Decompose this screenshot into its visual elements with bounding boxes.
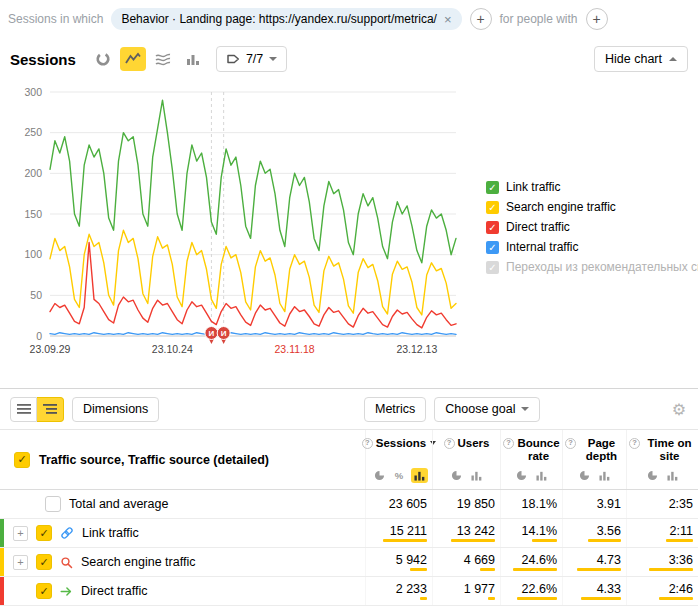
legend-checkbox-icon[interactable]: ✓ — [486, 221, 499, 234]
expand-row-button[interactable]: + — [13, 526, 28, 541]
metric-value: 5 942 — [396, 553, 427, 567]
tag-icon — [226, 52, 240, 66]
table-group-head: ✓ Traffic source, Traffic source (detail… — [0, 430, 365, 489]
column-label[interactable]: ?Sessions — [362, 437, 437, 450]
row-checkbox[interactable]: ✓ — [36, 583, 52, 599]
view-tree-button[interactable] — [37, 397, 64, 422]
list-view-icon — [17, 403, 31, 415]
column-header-bounce-rate[interactable]: ?Bounce rate — [500, 430, 562, 489]
column-header-users[interactable]: ?Users — [432, 430, 500, 489]
toggle-pie-icon[interactable] — [371, 468, 388, 483]
column-header-page-depth[interactable]: ?Page depth — [562, 430, 626, 489]
toggle-pie-icon[interactable] — [448, 468, 465, 483]
svg-text:200: 200 — [24, 167, 42, 179]
filter-bar: Sessions in which Behavior · Landing pag… — [0, 0, 698, 36]
metric-display-toggles — [644, 468, 681, 483]
chart-type-stacked-button[interactable] — [150, 47, 176, 71]
metric-cell: 5 942 — [365, 548, 432, 576]
legend-item[interactable]: ✓Internal traffic — [486, 240, 698, 254]
toggle-pie-icon[interactable] — [513, 468, 530, 483]
column-label[interactable]: ?Time on site — [629, 437, 696, 463]
columns-chart-icon — [185, 51, 201, 67]
sessions-line-chart: 05010015020025030023.09.2923.10.2423.11.… — [0, 80, 470, 362]
metric-bar — [577, 568, 621, 571]
column-label[interactable]: ?Users — [444, 437, 490, 450]
metric-bar — [488, 597, 495, 600]
view-list-button[interactable] — [10, 397, 37, 422]
legend-item[interactable]: ✓Search engine traffic — [486, 200, 698, 214]
help-icon[interactable]: ? — [503, 438, 514, 449]
row-label: Total and average — [69, 497, 168, 511]
toggle-percent-icon[interactable]: % — [391, 468, 408, 483]
metrics-button[interactable]: Metrics — [364, 397, 426, 422]
metric-bar — [451, 539, 495, 542]
hide-chart-button[interactable]: Hide chart — [594, 46, 688, 72]
table-row[interactable]: +✓Link traffic15 21113 24214.1%3.562:11 — [0, 519, 698, 548]
row-color-strip — [0, 577, 4, 605]
chart-type-columns-button[interactable] — [180, 47, 206, 71]
toggle-bar-icon[interactable] — [533, 468, 550, 483]
legend-item[interactable]: ✓Link traffic — [486, 180, 698, 194]
help-icon[interactable]: ? — [362, 438, 373, 449]
metric-bar — [480, 568, 495, 571]
choose-goal-label: Choose goal — [445, 402, 515, 416]
row-checkbox[interactable]: ✓ — [36, 554, 52, 570]
add-session-filter-button[interactable]: + — [470, 8, 492, 30]
legend-label: Link traffic — [506, 180, 560, 194]
settings-gear-icon[interactable]: ⚙ — [672, 400, 686, 419]
toggle-bar-icon[interactable] — [411, 468, 428, 483]
segment-chip[interactable]: Behavior · Landing page: https://yandex.… — [111, 8, 461, 30]
row-checkbox[interactable]: ✓ — [36, 525, 52, 541]
segments-dropdown[interactable]: 7/7 — [216, 46, 287, 72]
toggle-bar-icon[interactable] — [664, 468, 681, 483]
column-label[interactable]: ?Bounce rate — [503, 437, 560, 463]
remove-segment-icon[interactable]: × — [444, 13, 452, 26]
page-title: Sessions — [10, 51, 76, 68]
chart-type-doughnut-button[interactable] — [90, 47, 116, 71]
add-people-filter-button[interactable]: + — [586, 8, 608, 30]
metric-cell: 13 242 — [432, 519, 500, 547]
toggle-bar-icon[interactable] — [596, 468, 613, 483]
legend-item[interactable]: ✓Direct traffic — [486, 220, 698, 234]
metric-value: 2:35 — [669, 497, 693, 511]
metric-bar — [649, 568, 693, 571]
row-label: Search engine traffic — [81, 555, 195, 569]
expand-row-button[interactable]: + — [13, 555, 28, 570]
metric-bar — [588, 539, 621, 542]
chevron-down-icon — [269, 57, 277, 61]
toggle-pie-icon[interactable] — [576, 468, 593, 483]
legend-checkbox-icon[interactable]: ✓ — [486, 181, 499, 194]
metric-cell: 2 233 — [365, 577, 432, 605]
row-label-cell: +✓Link traffic — [0, 519, 365, 547]
toggle-pie-icon[interactable] — [644, 468, 661, 483]
row-checkbox[interactable] — [45, 496, 61, 512]
choose-goal-button[interactable]: Choose goal — [434, 397, 540, 422]
metric-value: 2:11 — [670, 524, 693, 538]
legend-checkbox-icon[interactable]: ✓ — [486, 241, 499, 254]
metric-value: 19 850 — [457, 497, 495, 511]
table-row[interactable]: +✓Search engine traffic5 9424 66924.6%4.… — [0, 548, 698, 577]
metric-cell: 23 605 — [365, 490, 432, 518]
toggle-bar-icon[interactable] — [468, 468, 485, 483]
metric-bar — [532, 539, 557, 542]
table-row[interactable]: Total and average23 60519 85018.1%3.912:… — [0, 490, 698, 519]
column-header-sessions[interactable]: ?Sessions% — [365, 430, 432, 489]
chart-header: Sessions 7/7 Hide chart — [0, 36, 698, 78]
table-row[interactable]: ✓Direct traffic2 2331 97722.6%4.332:46 — [0, 577, 698, 606]
table-toolbar: Dimensions Metrics Choose goal ⚙ — [0, 389, 698, 430]
legend-item[interactable]: ✓Переходы из рекомендательных систем — [486, 260, 698, 274]
select-all-checkbox[interactable]: ✓ — [14, 452, 30, 468]
metric-bar — [410, 568, 427, 571]
column-header-time-on-site[interactable]: ?Time on site — [626, 430, 698, 489]
legend-checkbox-icon[interactable]: ✓ — [486, 261, 499, 274]
dimensions-button[interactable]: Dimensions — [72, 397, 159, 422]
column-label-text: Users — [458, 437, 490, 450]
metric-cell: 19 850 — [432, 490, 500, 518]
legend-checkbox-icon[interactable]: ✓ — [486, 201, 499, 214]
help-icon[interactable]: ? — [444, 438, 455, 449]
help-icon[interactable]: ? — [629, 438, 640, 449]
help-icon[interactable]: ? — [565, 438, 576, 449]
metric-value: 3.91 — [597, 497, 621, 511]
chart-type-line-button[interactable] — [120, 47, 146, 71]
column-label[interactable]: ?Page depth — [565, 437, 624, 463]
